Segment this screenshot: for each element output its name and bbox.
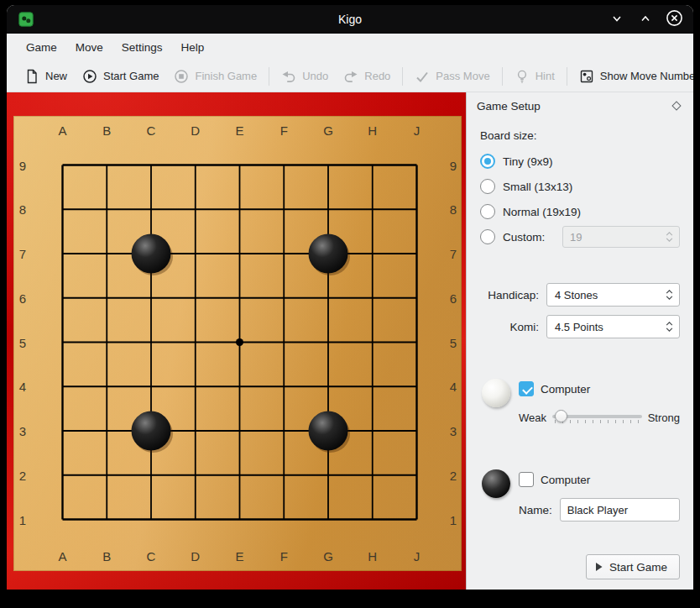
- redo-arrow-icon: [343, 69, 358, 84]
- board-coordinate-label: 7: [450, 247, 457, 261]
- strong-label: Strong: [648, 411, 680, 424]
- board-coordinate-label: 8: [450, 202, 457, 217]
- board-coordinate-label: A: [58, 549, 66, 563]
- radio-option-custom[interactable]: Custom:: [480, 224, 693, 249]
- board-coordinate-label: A: [58, 123, 66, 138]
- titlebar: Kigo: [7, 5, 693, 34]
- close-button[interactable]: [665, 10, 683, 29]
- board-coordinate-label: 7: [19, 247, 26, 261]
- komi-dropdown[interactable]: 4.5 Points: [546, 315, 680, 338]
- toolbar-undo-button[interactable]: Undo: [274, 65, 336, 88]
- menu-help[interactable]: Help: [172, 37, 214, 58]
- handicap-value: 4 Stones: [547, 289, 666, 301]
- radio-indicator: [480, 154, 495, 169]
- radio-indicator: [480, 229, 495, 244]
- maximize-button[interactable]: [636, 10, 655, 29]
- weak-label: Weak: [519, 411, 546, 424]
- float-panel-button[interactable]: [670, 99, 683, 113]
- black-stone-image: [482, 469, 510, 498]
- board-coordinate-label: 3: [19, 424, 26, 438]
- board-coordinate-label: 6: [450, 291, 457, 305]
- board-coordinate-label: 4: [450, 380, 457, 394]
- spinner-arrows-icon[interactable]: [666, 232, 679, 242]
- toolbar-hint-button[interactable]: Hint: [507, 65, 562, 88]
- menu-settings[interactable]: Settings: [112, 37, 172, 58]
- toolbar-pass-move-button[interactable]: Pass Move: [407, 65, 497, 88]
- board-coordinate-label: J: [414, 123, 421, 138]
- play-circle-icon: [82, 69, 97, 84]
- board-coordinate-label: H: [368, 549, 377, 563]
- custom-size-input[interactable]: [563, 231, 666, 244]
- go-stone-black: [309, 234, 348, 274]
- white-computer-checkbox-row[interactable]: Computer: [519, 377, 680, 401]
- board-coordinate-label: 5: [19, 335, 26, 349]
- radio-indicator: [480, 179, 495, 194]
- strength-slider[interactable]: [552, 409, 642, 426]
- board-coordinate-label: H: [368, 123, 377, 138]
- move-numbers-icon: [579, 69, 594, 84]
- go-board-wood: AABBCCDDEEFFGGHHJJ998877665544332211: [13, 116, 462, 571]
- play-triangle-icon: [596, 563, 603, 571]
- board-coordinate-label: 1: [19, 512, 26, 527]
- komi-label: Komi:: [467, 321, 539, 333]
- radio-option-normal-19x19[interactable]: Normal (19x19): [480, 199, 693, 224]
- toolbar-separator: [269, 67, 269, 86]
- chevron-down-icon: [611, 13, 623, 27]
- black-computer-checkbox[interactable]: [519, 472, 534, 487]
- radio-option-small-13x13[interactable]: Small (13x13): [480, 174, 693, 199]
- board-coordinate-label: 8: [19, 202, 26, 217]
- start-game-button[interactable]: Start Game: [586, 554, 680, 579]
- board-coordinate-label: B: [102, 123, 111, 138]
- board-coordinate-label: 2: [19, 468, 26, 482]
- board-coordinate-label: C: [147, 123, 156, 138]
- board-coordinate-label: J: [414, 549, 421, 563]
- toolbar-separator: [402, 67, 403, 86]
- float-panel-icon: [671, 101, 681, 110]
- strength-slider-row: Weak Strong: [519, 409, 680, 426]
- black-name-row: Name:: [519, 498, 680, 522]
- board-size-label: Board size:: [480, 129, 693, 142]
- board-coordinate-label: E: [235, 123, 243, 138]
- spinner-arrows-icon[interactable]: [666, 322, 679, 332]
- toolbar-separator: [567, 67, 567, 86]
- checkmark-icon: [415, 69, 430, 84]
- spinner-arrows-icon[interactable]: [666, 290, 679, 300]
- black-computer-checkbox-row[interactable]: Computer: [519, 468, 680, 491]
- black-player-section: Computer Name:: [482, 468, 680, 522]
- toolbar-finish-game-button[interactable]: Finish Game: [166, 65, 264, 88]
- go-stone-black: [132, 411, 171, 451]
- board-coordinate-label: C: [147, 549, 156, 563]
- toolbar: New Start Game Finish Game Undo Redo Pas…: [7, 60, 693, 92]
- white-stone-image: [482, 379, 510, 407]
- white-player-section: Computer Weak Strong: [482, 377, 680, 426]
- board-coordinate-label: F: [280, 123, 288, 138]
- toolbar-redo-button[interactable]: Redo: [336, 65, 398, 88]
- new-document-icon: [24, 69, 39, 84]
- black-name-input[interactable]: [560, 498, 680, 522]
- toolbar-show-move-numbers-button[interactable]: Show Move Numbers: [572, 65, 693, 88]
- handicap-row: Handicap: 4 Stones: [467, 283, 680, 307]
- radio-option-tiny-9x9[interactable]: Tiny (9x9): [480, 149, 693, 174]
- board-coordinate-label: 2: [450, 468, 457, 482]
- board-coordinate-label: 5: [450, 335, 457, 349]
- board-area: AABBCCDDEEFFGGHHJJ998877665544332211: [7, 92, 466, 590]
- white-computer-checkbox[interactable]: [519, 381, 534, 396]
- menu-move[interactable]: Move: [66, 37, 112, 58]
- toolbar-new-button[interactable]: New: [17, 65, 75, 88]
- handicap-dropdown[interactable]: 4 Stones: [546, 283, 680, 307]
- toolbar-start-game-button[interactable]: Start Game: [75, 65, 166, 88]
- toolbar-separator: [502, 67, 503, 86]
- close-icon: [666, 9, 683, 29]
- board-coordinate-label: D: [191, 123, 200, 138]
- go-stone-black: [309, 411, 348, 451]
- board-coordinate-label: 6: [19, 291, 26, 305]
- menu-game[interactable]: Game: [17, 37, 66, 58]
- radio-indicator: [480, 204, 495, 219]
- game-setup-panel: Game Setup Board size: Tiny (9x9) Small …: [466, 92, 693, 590]
- custom-size-spinbox[interactable]: [562, 226, 680, 248]
- go-board-grid[interactable]: [13, 116, 462, 571]
- go-stone-black: [132, 234, 171, 274]
- minimize-button[interactable]: [608, 10, 626, 29]
- board-coordinate-label: 3: [450, 424, 457, 438]
- menubar: Game Move Settings Help: [7, 34, 693, 60]
